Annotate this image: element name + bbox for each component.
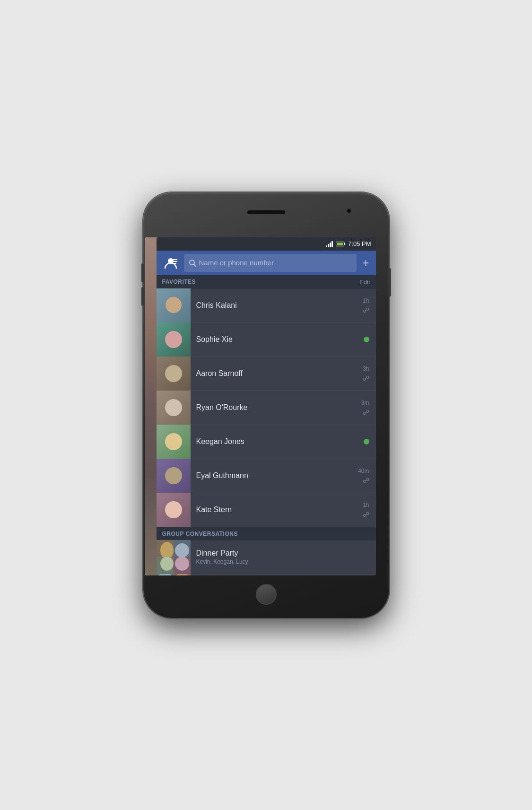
contact-name: Ryan O'Rourke — [196, 403, 356, 412]
device-icon: ☍ — [363, 511, 369, 518]
contacts-icon-button[interactable] — [160, 253, 181, 273]
contacts-list: FAVORITES Edit Chris Kalani 1h — [157, 275, 376, 575]
online-indicator — [364, 337, 369, 342]
status-time-value: 3h — [363, 366, 369, 372]
search-icon — [189, 259, 196, 267]
favorites-title: FAVORITES — [162, 279, 196, 285]
avatar — [157, 459, 191, 493]
contact-row[interactable]: Keegan Jones — [157, 425, 376, 459]
contact-status — [364, 439, 376, 444]
status-time: 7:05 PM — [348, 240, 371, 247]
device-icon: ☍ — [363, 375, 369, 382]
search-placeholder: Name or phone number — [199, 259, 274, 267]
avatar — [157, 425, 191, 459]
group-conversations-title: GROUP CONVERSATIONS — [162, 531, 238, 537]
avatar — [157, 357, 191, 391]
contact-info: Chris Kalani — [191, 301, 363, 310]
contact-row[interactable]: Aaron Sarnoff 3h ☍ — [157, 357, 376, 391]
phone-speaker — [247, 210, 285, 214]
volume-up-button[interactable] — [141, 263, 144, 282]
contact-info: Ryan O'Rourke — [191, 403, 361, 412]
status-time-value: 3m — [361, 400, 369, 406]
phone-body: 7:05 PM — [143, 192, 389, 618]
contact-status — [364, 337, 376, 342]
home-button[interactable] — [256, 584, 277, 605]
avatar — [157, 322, 191, 357]
group-conversations-section-header: GROUP CONVERSATIONS — [157, 527, 376, 540]
contact-info: Eyal Guthmann — [191, 471, 358, 480]
group-avatar — [157, 540, 191, 574]
power-button[interactable] — [389, 268, 391, 296]
avatar — [157, 391, 191, 425]
battery-icon — [336, 242, 345, 246]
avatar — [157, 288, 191, 322]
contact-status: 1h ☍ — [363, 297, 376, 314]
device-icon: ☍ — [363, 477, 369, 484]
contact-name: Keegan Jones — [196, 437, 358, 446]
group-info: Dinner Party Kevin, Keegan, Lucy — [191, 549, 376, 565]
edit-button[interactable]: Edit — [359, 279, 370, 286]
contact-info: Keegan Jones — [191, 437, 364, 446]
contact-name: Kate Stern — [196, 505, 357, 514]
status-time-value: 40m — [358, 468, 369, 474]
online-indicator — [364, 439, 369, 444]
contact-status: 3h ☍ — [363, 366, 376, 382]
contact-row[interactable]: Kate Stern 1h ☍ — [157, 493, 376, 527]
add-contact-button[interactable]: + — [359, 254, 372, 271]
search-box[interactable]: Name or phone number — [184, 254, 357, 272]
group-members: Kevin, Keegan, Lucy — [196, 558, 370, 565]
status-time-value: 1h — [363, 297, 369, 304]
phone-camera — [347, 209, 351, 213]
device-icon: ☍ — [363, 409, 369, 416]
header-bar: Name or phone number + — [157, 251, 376, 275]
contact-name: Eyal Guthmann — [196, 471, 353, 480]
volume-down-button[interactable] — [141, 287, 144, 306]
favorites-section-header: FAVORITES Edit — [157, 275, 376, 289]
device-icon: ☍ — [363, 306, 369, 314]
group-name: Dinner Party — [196, 549, 370, 557]
contact-row[interactable]: Chris Kalani 1h ☍ — [157, 289, 376, 323]
contact-status: 3m ☍ — [361, 400, 376, 416]
group-conversation-row[interactable]: Dinner Party Kevin, Keegan, Lucy — [157, 540, 376, 575]
group-avatar — [157, 574, 191, 575]
contact-name: Aaron Sarnoff — [196, 369, 357, 378]
contact-row[interactable]: Sophie Xie — [157, 323, 376, 357]
svg-line-5 — [194, 264, 196, 266]
contact-status: 40m ☍ — [358, 468, 375, 484]
contact-info: Aaron Sarnoff — [191, 369, 363, 378]
avatar — [157, 493, 191, 527]
signal-icon — [326, 241, 333, 247]
contact-info: Kate Stern — [191, 505, 363, 514]
contact-name: Chris Kalani — [196, 301, 357, 310]
contact-info: Sophie Xie — [191, 335, 364, 344]
status-time-value: 1h — [363, 502, 369, 508]
group-conversation-row[interactable]: Getting some air John, Atish, Sophie, Me… — [157, 575, 376, 575]
contact-row[interactable]: Ryan O'Rourke 3m ☍ — [157, 391, 376, 425]
phone-screen: 7:05 PM — [157, 237, 376, 575]
phone-device: 7:05 PM — [143, 192, 389, 618]
contact-row[interactable]: Eyal Guthmann 40m ☍ — [157, 459, 376, 493]
contact-name: Sophie Xie — [196, 335, 358, 344]
status-bar: 7:05 PM — [157, 237, 376, 251]
contact-status: 1h ☍ — [363, 502, 376, 518]
